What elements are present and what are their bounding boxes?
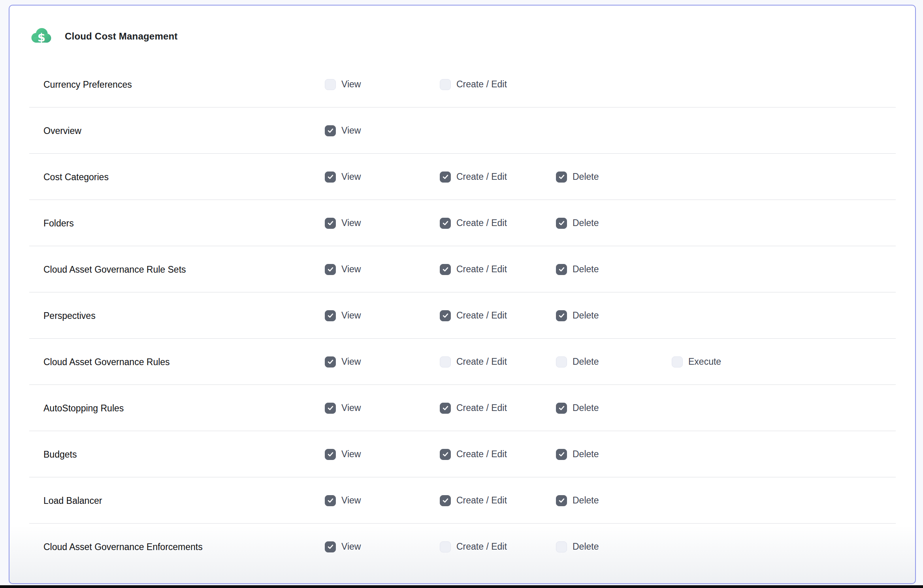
check-icon (327, 173, 334, 181)
check-icon (442, 497, 449, 504)
view-permission[interactable]: View (325, 79, 361, 90)
view-permission[interactable]: View (325, 172, 361, 183)
create-edit-checkbox[interactable] (440, 403, 451, 414)
check-icon (558, 173, 565, 181)
create-edit-permission[interactable]: Create / Edit (440, 218, 507, 229)
permission-label: View (341, 310, 361, 321)
card-header: $ Cloud Cost Management (9, 6, 915, 61)
delete-permission[interactable]: Delete (556, 495, 599, 506)
permission-label: Create / Edit (456, 172, 507, 182)
view-checkbox[interactable] (325, 356, 336, 368)
delete-checkbox[interactable] (556, 403, 567, 414)
view-checkbox[interactable] (325, 172, 336, 183)
create-edit-permission[interactable]: Create / Edit (440, 172, 507, 183)
permission-row: Cloud Asset Governance Enforcements View… (9, 524, 915, 570)
page-title: Cloud Cost Management (65, 31, 178, 42)
view-permission[interactable]: View (325, 541, 361, 552)
check-icon (558, 219, 565, 227)
delete-permission[interactable]: Delete (556, 541, 599, 552)
delete-checkbox[interactable] (556, 495, 567, 506)
permission-row: Cloud Asset Governance Rules View Create… (9, 339, 915, 385)
create-edit-checkbox[interactable] (440, 495, 451, 506)
view-permission[interactable]: View (325, 403, 361, 414)
view-checkbox[interactable] (325, 125, 336, 136)
execute-permission[interactable]: Execute (672, 356, 721, 368)
check-icon (442, 266, 449, 273)
view-checkbox[interactable] (325, 449, 336, 460)
delete-permission[interactable]: Delete (556, 172, 599, 183)
create-edit-checkbox[interactable] (440, 449, 451, 460)
resource-label: Budgets (43, 449, 77, 460)
delete-permission[interactable]: Delete (556, 449, 599, 460)
delete-checkbox[interactable] (556, 449, 567, 460)
view-checkbox[interactable] (325, 218, 336, 229)
delete-checkbox[interactable] (556, 541, 567, 552)
permission-label: View (341, 79, 361, 90)
create-edit-checkbox[interactable] (440, 172, 451, 183)
delete-checkbox[interactable] (556, 172, 567, 183)
delete-permission[interactable]: Delete (556, 403, 599, 414)
delete-checkbox[interactable] (556, 310, 567, 321)
execute-checkbox[interactable] (672, 356, 683, 368)
permission-label: Create / Edit (456, 79, 507, 90)
view-permission[interactable]: View (325, 218, 361, 229)
create-edit-checkbox[interactable] (440, 218, 451, 229)
view-checkbox[interactable] (325, 403, 336, 414)
check-icon (558, 497, 565, 504)
cloud-dollar-icon: $ (30, 27, 52, 45)
resource-label: Load Balancer (43, 495, 102, 506)
permissions-list: Currency Preferences View Create / Edit … (9, 61, 915, 570)
permission-row: Budgets View Create / Edit Delete (9, 431, 915, 477)
resource-label: Cost Categories (43, 172, 109, 182)
permission-label: Create / Edit (456, 356, 507, 367)
delete-permission[interactable]: Delete (556, 310, 599, 321)
check-icon (558, 450, 565, 458)
create-edit-permission[interactable]: Create / Edit (440, 310, 507, 321)
create-edit-permission[interactable]: Create / Edit (440, 541, 507, 552)
create-edit-permission[interactable]: Create / Edit (440, 403, 507, 414)
view-checkbox[interactable] (325, 541, 336, 552)
permission-label: View (341, 541, 361, 552)
check-icon (442, 173, 449, 181)
permission-label: Create / Edit (456, 541, 507, 552)
create-edit-permission[interactable]: Create / Edit (440, 79, 507, 90)
create-edit-permission[interactable]: Create / Edit (440, 449, 507, 460)
permission-label: Create / Edit (456, 449, 507, 460)
create-edit-permission[interactable]: Create / Edit (440, 264, 507, 275)
create-edit-checkbox[interactable] (440, 541, 451, 552)
create-edit-permission[interactable]: Create / Edit (440, 356, 507, 368)
delete-checkbox[interactable] (556, 218, 567, 229)
view-permission[interactable]: View (325, 495, 361, 506)
delete-checkbox[interactable] (556, 356, 567, 368)
create-edit-checkbox[interactable] (440, 79, 451, 90)
view-checkbox[interactable] (325, 264, 336, 275)
view-permission[interactable]: View (325, 125, 361, 136)
permission-label: View (341, 403, 361, 413)
permission-label: Create / Edit (456, 218, 507, 228)
create-edit-checkbox[interactable] (440, 356, 451, 368)
check-icon (327, 219, 334, 227)
permission-label: View (341, 172, 361, 182)
view-checkbox[interactable] (325, 495, 336, 506)
create-edit-checkbox[interactable] (440, 310, 451, 321)
view-checkbox[interactable] (325, 310, 336, 321)
view-permission[interactable]: View (325, 310, 361, 321)
view-permission[interactable]: View (325, 449, 361, 460)
delete-permission[interactable]: Delete (556, 356, 599, 368)
permissions-card: $ Cloud Cost Management Currency Prefere… (9, 5, 916, 584)
permission-label: Delete (573, 218, 599, 228)
delete-permission[interactable]: Delete (556, 264, 599, 275)
delete-checkbox[interactable] (556, 264, 567, 275)
check-icon (442, 450, 449, 458)
permission-row: Cost Categories View Create / Edit Delet… (9, 154, 915, 200)
view-permission[interactable]: View (325, 356, 361, 368)
create-edit-permission[interactable]: Create / Edit (440, 495, 507, 506)
resource-label: Cloud Asset Governance Enforcements (43, 541, 203, 552)
check-icon (558, 266, 565, 273)
view-permission[interactable]: View (325, 264, 361, 275)
view-checkbox[interactable] (325, 79, 336, 90)
check-icon (327, 543, 334, 550)
create-edit-checkbox[interactable] (440, 264, 451, 275)
delete-permission[interactable]: Delete (556, 218, 599, 229)
permission-label: Create / Edit (456, 495, 507, 506)
